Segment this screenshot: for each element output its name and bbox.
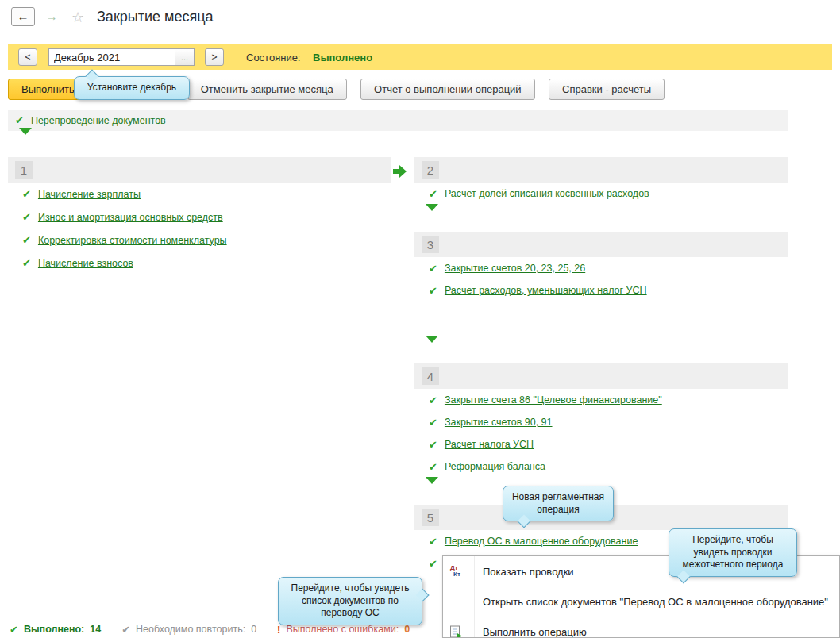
references-calculations-button[interactable]: Справки - расчеты	[549, 79, 665, 100]
check-icon: ✔	[429, 394, 437, 406]
operation-row: ✔ Закрытие счета 86 "Целевое финансирова…	[414, 389, 788, 411]
month-closing-window: ← → ☆ Закрытие месяца < ... > Состояние:…	[0, 0, 840, 638]
check-icon: ✔	[429, 536, 437, 548]
menu-item-label: Выполнить операцию	[483, 626, 587, 638]
block-4-header: 4	[414, 363, 788, 389]
block-1-header: 1	[8, 157, 391, 183]
block-1-number: 1	[15, 161, 33, 179]
block-5-number: 5	[422, 509, 439, 526]
status-repeat-label: Необходимо повторить:	[136, 624, 245, 635]
status-repeat-value: 0	[251, 624, 256, 635]
tooltip-text: Перейдите, чтобы увидеть проводки межотч…	[683, 534, 784, 570]
status-done-label: Выполнено:	[24, 624, 84, 635]
period-bar: < ... > Состояние: Выполнено	[8, 44, 832, 70]
menu-item-label: Показать проводки	[483, 566, 574, 578]
kt-label: Кт	[450, 571, 460, 578]
check-icon: ✔	[22, 234, 31, 246]
operation-row: ✔ Начисление зарплаты	[8, 183, 391, 206]
tooltip-text: Новая регламентная операция	[512, 491, 604, 515]
operation-row: ✔ Расчет налога УСН	[414, 433, 788, 455]
menu-item-label: Открыть список документов "Перевод ОС в …	[483, 596, 828, 608]
operation-link-balance-reformation[interactable]: Реформация баланса	[445, 461, 545, 472]
forward-arrow-icon[interactable]: →	[40, 7, 64, 26]
period-group: ...	[48, 48, 195, 66]
check-icon: ✔	[15, 114, 24, 126]
check-icon: ✔	[429, 461, 437, 473]
operation-row: ✔ Расчет расходов, уменьшающих налог УСН	[414, 279, 788, 302]
block-2-number: 2	[422, 161, 439, 179]
operation-link-payroll[interactable]: Начисление зарплаты	[38, 189, 141, 200]
favorite-star-icon[interactable]: ☆	[71, 9, 84, 26]
check-icon: ✔	[10, 624, 18, 636]
status-repeat: ✔ Необходимо повторить: 0	[121, 624, 256, 636]
operation-link-os-transfer[interactable]: Перевод ОС в малоценное оборудование	[445, 536, 638, 547]
operation-link-usn-tax[interactable]: Расчет налога УСН	[445, 439, 534, 450]
back-arrow-icon[interactable]: ←	[11, 7, 35, 26]
reposting-documents-link[interactable]: Перепроведение документов	[31, 115, 166, 126]
check-icon: ✔	[22, 257, 31, 269]
operation-link-close-accounts-20[interactable]: Закрытие счетов 20, 23, 25, 26	[445, 263, 585, 274]
period-picker-button[interactable]: ...	[175, 48, 195, 66]
spacer	[414, 302, 788, 336]
operation-row: ✔ Реформация баланса	[414, 455, 788, 478]
tooltip-set-december: Установите декабрь	[74, 76, 190, 100]
down-arrow-icon	[19, 135, 32, 149]
operation-link-usn-expenses[interactable]: Расчет расходов, уменьшающих налог УСН	[445, 285, 647, 296]
operation-link-close-account-86[interactable]: Закрытие счета 86 "Целевое финансировани…	[445, 394, 662, 405]
check-icon: ✔	[429, 558, 437, 570]
operation-link-depreciation[interactable]: Износ и амортизация основных средств	[38, 212, 223, 223]
check-icon: ✔	[22, 211, 31, 223]
tooltip-new-operation: Новая регламентная операция	[503, 486, 614, 521]
column-stage-1: 1 ✔ Начисление зарплаты ✔ Износ и аморти…	[8, 157, 391, 275]
check-icon: ✔	[429, 439, 437, 451]
tooltip-pointer	[416, 589, 430, 602]
state-label: Состояние:	[246, 52, 300, 63]
operation-row: ✔ Износ и амортизация основных средств	[8, 206, 391, 229]
operation-row: ✔ Корректировка стоимости номенклатуры	[8, 229, 391, 252]
tooltip-text: Установите декабрь	[87, 82, 176, 93]
tooltip-see-documents: Перейдите, чтобы увидеть список документ…	[278, 577, 422, 625]
operation-row: ✔ Расчет долей списания косвенных расход…	[414, 183, 788, 205]
operation-row: ✔ Закрытие счетов 20, 23, 25, 26	[414, 257, 788, 279]
reposting-strip: ✔ Перепроведение документов	[8, 110, 788, 131]
block-4-number: 4	[422, 367, 439, 385]
check-icon: ✔	[429, 188, 437, 200]
cancel-month-closing-button[interactable]: Отменить закрытие месяца	[187, 79, 347, 100]
block-3-number: 3	[422, 236, 439, 253]
page-title: Закрытие месяца	[97, 9, 213, 25]
state-value: Выполнено	[313, 52, 372, 63]
operation-link-indirect-costs[interactable]: Расчет долей списания косвенных расходов	[445, 188, 649, 199]
next-period-button[interactable]: >	[205, 48, 224, 66]
status-errors-value: 0	[404, 624, 410, 635]
period-input[interactable]	[48, 48, 175, 66]
dt-kt-icon: Дт Кт	[450, 565, 460, 578]
operation-row: ✔ Закрытие счетов 90, 91	[414, 411, 788, 433]
block-3-header: 3	[414, 232, 788, 257]
tooltip-pointer	[86, 70, 99, 83]
tooltip-see-postings: Перейдите, чтобы увидеть проводки межотч…	[669, 528, 797, 577]
operations-report-button[interactable]: Отчет о выполнении операций	[360, 79, 535, 100]
check-icon: ✔	[429, 285, 437, 297]
error-exclamation-icon: !	[277, 624, 280, 636]
operation-row: ✔ Начисление взносов	[8, 252, 391, 275]
previous-period-button[interactable]: <	[18, 48, 37, 66]
status-errors-label: Выполнено с ошибками:	[286, 624, 399, 635]
check-icon: ✔	[121, 624, 130, 636]
right-arrow-icon	[393, 165, 407, 178]
menu-item-run-operation[interactable]: Выполнить операцию	[443, 617, 839, 638]
operation-link-cost-adjustment[interactable]: Корректировка стоимости номенклатуры	[38, 235, 227, 246]
down-arrow-icon	[414, 336, 788, 363]
status-done: ✔ Выполнено: 14	[10, 624, 101, 636]
operation-link-contributions[interactable]: Начисление взносов	[38, 258, 133, 269]
run-operation-icon	[450, 626, 460, 638]
check-icon: ✔	[429, 417, 437, 429]
down-arrow-icon	[414, 205, 788, 232]
status-done-value: 14	[90, 624, 101, 635]
menu-item-open-documents-list[interactable]: Открыть список документов "Перевод ОС в …	[443, 586, 839, 617]
check-icon: ✔	[22, 188, 31, 200]
tooltip-text: Перейдите, чтобы увидеть список документ…	[291, 582, 410, 618]
check-icon: ✔	[429, 263, 437, 275]
block-2-header: 2	[414, 157, 788, 183]
operation-link-close-accounts-90-91[interactable]: Закрытие счетов 90, 91	[445, 417, 553, 428]
